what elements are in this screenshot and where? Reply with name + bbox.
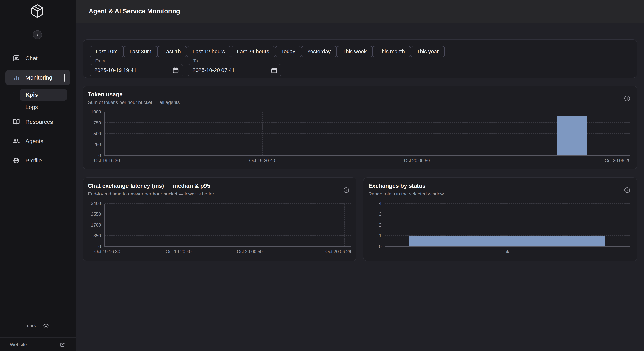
token-usage-chart: 02505007501000 Oct 19 16:30Oct 19 20:40O…	[88, 112, 630, 163]
subitem-label: Logs	[26, 104, 38, 110]
y-tick-label: 1700	[91, 223, 101, 227]
status-chart: 01234 ok	[368, 204, 630, 254]
info-button[interactable]	[624, 187, 630, 193]
sidebar-item-resources[interactable]: Resources	[6, 114, 70, 130]
sidebar-item-profile[interactable]: Profile	[6, 153, 70, 168]
website-label: Website	[10, 342, 27, 347]
y-tick-label: 500	[94, 132, 101, 136]
v-gridline	[179, 204, 179, 246]
h-gridline	[385, 203, 630, 204]
h-gridline	[105, 225, 351, 225]
v-gridline	[417, 112, 418, 155]
y-tick-label: 2550	[91, 212, 101, 217]
range-button-last-10m[interactable]: Last 10m	[90, 46, 124, 57]
y-tick-label: 0	[98, 153, 101, 158]
range-button-this-month[interactable]: This month	[372, 46, 411, 57]
latency-card: Chat exchange latency (ms) — median & p9…	[83, 177, 357, 261]
info-button[interactable]	[343, 187, 350, 193]
sidebar-item-label: Agents	[26, 138, 44, 145]
x-tick-label: Oct 20 00:50	[237, 250, 262, 254]
sidebar-item-label: Chat	[26, 55, 38, 61]
sidebar-item-monitoring[interactable]: Monitoring	[6, 70, 70, 85]
range-button-last-1h[interactable]: Last 1h	[157, 46, 187, 57]
quick-range-buttons: Last 10m Last 30m Last 1h Last 12 hours …	[90, 46, 631, 57]
v-gridline	[344, 204, 345, 246]
sidebar-item-label: Profile	[26, 157, 42, 164]
range-button-yesterday[interactable]: Yesterday	[301, 46, 337, 57]
range-button-last-24h[interactable]: Last 24 hours	[231, 46, 275, 57]
calendar-icon	[271, 67, 277, 73]
y-tick-label: 0	[379, 244, 382, 249]
active-item-indicator	[64, 73, 65, 82]
card-title: Token usage	[88, 91, 630, 98]
sidebar-subitem-logs[interactable]: Logs	[20, 101, 67, 113]
y-tick-label: 3	[379, 212, 382, 217]
x-tick-label: Oct 19 20:40	[166, 250, 192, 254]
info-button[interactable]	[624, 95, 630, 102]
y-tick-label: 750	[94, 121, 101, 125]
y-tick-label: 3400	[91, 201, 101, 206]
sidebar-item-agents[interactable]: Agents	[6, 133, 70, 149]
sidebar-subitem-kpis[interactable]: Kpis	[20, 89, 67, 101]
sidebar-item-label: Monitoring	[26, 74, 52, 81]
to-label: To	[194, 59, 281, 63]
sidebar-collapse-button[interactable]	[33, 30, 42, 39]
y-tick-label: 1000	[91, 110, 101, 114]
y-tick-label: 1	[379, 234, 382, 238]
calendar-icon	[172, 67, 179, 73]
from-date-input[interactable]	[94, 67, 172, 73]
h-gridline	[105, 133, 630, 134]
card-title: Exchanges by status	[368, 183, 630, 189]
from-label: From	[95, 59, 183, 63]
to-input-box	[188, 64, 281, 76]
sidebar-item-chat[interactable]: Chat	[6, 50, 70, 66]
y-axis: 01234	[368, 204, 385, 247]
y-tick-label: 0	[98, 244, 101, 249]
h-gridline	[105, 214, 351, 214]
x-axis: Oct 19 16:30Oct 19 20:40Oct 20 00:50Oct …	[104, 156, 630, 163]
from-calendar-button[interactable]	[172, 67, 179, 73]
chart-bar	[557, 116, 588, 155]
range-button-last-30m[interactable]: Last 30m	[124, 46, 158, 57]
app-logo-cube-icon	[30, 4, 45, 18]
range-button-today[interactable]: Today	[275, 46, 302, 57]
latency-chart: 0850170025503400 Oct 19 16:30Oct 19 20:4…	[88, 204, 351, 254]
to-calendar-button[interactable]	[271, 67, 277, 73]
website-link[interactable]: Website	[0, 338, 76, 351]
plot-area	[104, 204, 351, 247]
to-date-field: To	[188, 59, 281, 76]
x-tick-label: Oct 19 16:30	[94, 250, 120, 254]
x-tick-label: Oct 20 06:29	[604, 158, 630, 163]
card-subtitle: Sum of tokens per hour bucket — all agen…	[88, 100, 630, 105]
h-gridline	[105, 112, 630, 112]
h-gridline	[105, 203, 351, 204]
range-button-this-year[interactable]: This year	[410, 46, 445, 57]
y-tick-label: 2	[379, 223, 382, 227]
x-tick-label: ok	[504, 250, 510, 254]
h-gridline	[105, 235, 351, 236]
chat-bubble-icon	[13, 55, 20, 62]
exchanges-by-status-card: Exchanges by status Range totals in the …	[363, 177, 638, 261]
theme-mode-label: dark	[27, 323, 36, 328]
book-icon	[13, 118, 20, 125]
h-gridline	[105, 144, 630, 144]
sun-icon	[43, 323, 49, 329]
page-title: Agent & AI Service Monitoring	[76, 0, 644, 22]
range-button-last-12h[interactable]: Last 12 hours	[186, 46, 231, 57]
to-date-input[interactable]	[192, 67, 270, 73]
token-usage-card: Token usage Sum of tokens per hour bucke…	[83, 86, 638, 170]
users-icon	[13, 138, 20, 145]
plot-area	[104, 112, 630, 156]
theme-toggle-button[interactable]	[43, 323, 49, 329]
x-tick-label: Oct 20 00:50	[404, 158, 430, 163]
bar-chart-icon	[13, 74, 20, 81]
x-tick-label: Oct 20 06:29	[326, 250, 351, 254]
v-gridline	[624, 112, 624, 155]
time-range-filter-card: Last 10m Last 30m Last 1h Last 12 hours …	[83, 39, 638, 78]
person-circle-icon	[13, 157, 20, 164]
x-axis: Oct 19 16:30Oct 19 20:40Oct 20 00:50Oct …	[104, 247, 351, 254]
range-button-this-week[interactable]: This week	[336, 46, 373, 57]
chevron-left-icon	[35, 32, 40, 38]
h-gridline	[385, 225, 630, 225]
from-input-box	[90, 64, 183, 76]
